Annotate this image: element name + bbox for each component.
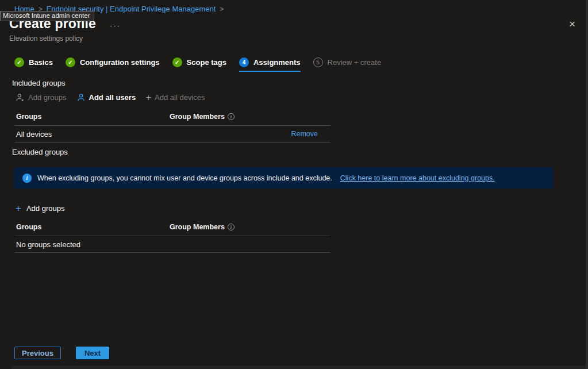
- next-button[interactable]: Next: [76, 347, 109, 359]
- tab-assignments[interactable]: 4 Assignments: [239, 57, 301, 72]
- check-icon: ✓: [14, 57, 24, 67]
- info-icon[interactable]: i: [228, 224, 235, 230]
- add-all-users-button[interactable]: Add all users: [76, 93, 136, 102]
- previous-button[interactable]: Previous: [14, 347, 61, 359]
- table-row: All devices Remove: [14, 126, 330, 143]
- add-all-devices-button[interactable]: + Add all devices: [145, 93, 205, 102]
- excluded-groups-heading: Excluded groups: [12, 148, 68, 156]
- excluded-add-groups-label: Add groups: [26, 204, 65, 213]
- column-header-groups: Groups: [16, 113, 170, 121]
- group-name-cell: All devices: [16, 130, 170, 139]
- wizard-steps: ✓ Basics ✓ Configuration settings ✓ Scop…: [14, 57, 381, 72]
- column-header-groups: Groups: [16, 223, 170, 231]
- link-tooltip: Microsoft Intune admin center: [0, 11, 94, 21]
- check-icon: ✓: [172, 57, 182, 67]
- add-groups-button[interactable]: Add groups: [16, 93, 67, 102]
- tab-scope-tags[interactable]: ✓ Scope tags: [172, 57, 226, 72]
- bottom-edge-strip: [11, 366, 588, 369]
- excluded-add-groups-button[interactable]: + Add groups: [16, 203, 64, 213]
- check-icon: ✓: [66, 57, 75, 67]
- person-add-icon: [16, 93, 25, 102]
- learn-more-link[interactable]: Click here to learn more about excluding…: [340, 174, 495, 182]
- step-label: Configuration settings: [80, 58, 160, 67]
- info-icon[interactable]: i: [228, 113, 235, 120]
- add-all-users-label: Add all users: [89, 93, 136, 102]
- vertical-scrollbar[interactable]: [586, 0, 588, 369]
- add-groups-label: Add groups: [28, 93, 67, 102]
- tab-configuration-settings[interactable]: ✓ Configuration settings: [66, 57, 160, 72]
- step-number-icon: 5: [313, 57, 323, 67]
- step-label: Review + create: [328, 58, 382, 67]
- wizard-footer: Previous Next: [14, 347, 109, 359]
- add-all-devices-label: Add all devices: [155, 93, 205, 102]
- step-number-icon: 4: [239, 57, 249, 67]
- person-icon: [76, 93, 86, 102]
- included-groups-table: Groups Group Members i All devices Remov…: [14, 110, 330, 143]
- plus-icon: +: [145, 93, 151, 102]
- step-label: Scope tags: [187, 58, 226, 67]
- more-options-icon[interactable]: ···: [110, 21, 121, 30]
- column-header-group-members: Group Members: [170, 113, 225, 121]
- empty-row: No groups selected: [14, 236, 330, 253]
- empty-state-text: No groups selected: [16, 240, 170, 249]
- info-icon: i: [22, 174, 32, 183]
- step-label: Assignments: [253, 58, 301, 67]
- tab-review-create[interactable]: 5 Review + create: [313, 57, 382, 72]
- banner-message: When excluding groups, you cannot mix us…: [37, 174, 332, 182]
- step-label: Basics: [29, 58, 53, 67]
- close-icon[interactable]: ×: [569, 18, 575, 29]
- included-groups-heading: Included groups: [12, 79, 66, 87]
- remove-link[interactable]: Remove: [291, 130, 318, 138]
- plus-icon: +: [16, 203, 21, 213]
- tab-basics[interactable]: ✓ Basics: [14, 57, 53, 72]
- excluded-groups-table: Groups Group Members i No groups selecte…: [14, 221, 330, 253]
- chevron-right-icon: >: [220, 5, 224, 13]
- column-header-group-members: Group Members: [170, 223, 225, 231]
- info-banner: i When excluding groups, you cannot mix …: [14, 167, 553, 189]
- included-groups-toolbar: Add groups Add all users + Add all devic…: [16, 93, 205, 102]
- page-subtitle: Elevation settings policy: [9, 34, 121, 43]
